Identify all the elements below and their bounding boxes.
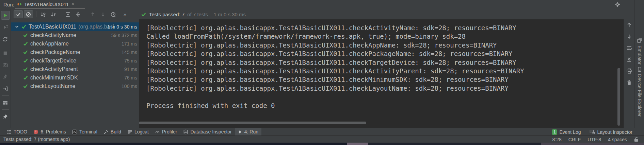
test-passed-icon: [23, 84, 28, 88]
soft-wrap-icon[interactable]: [626, 45, 632, 51]
problems-error-icon: [33, 129, 38, 134]
test-duration: 100 ms: [122, 84, 137, 89]
expand-all-icon[interactable]: [63, 10, 73, 18]
print-icon[interactable]: [626, 68, 632, 74]
toolwindow-logcat[interactable]: Logcat: [124, 128, 152, 136]
clear-console-trash-icon[interactable]: [626, 80, 632, 86]
test-duration: 1 m 0 s 30 ms: [107, 24, 137, 30]
file-encoding[interactable]: UTF-8: [587, 137, 601, 142]
test-passed-icon: [23, 75, 28, 80]
screenshot-camera-icon[interactable]: [1, 60, 10, 69]
tests-passed-count: Tests passed: 7: [149, 12, 184, 17]
profiler-gauge-icon: [155, 129, 160, 134]
taskbar-sliver: [0, 143, 644, 145]
status-bar: Tests passed: 7 (moments ago) 8:28 CRLF …: [0, 135, 644, 143]
test-duration: 145 ms: [122, 50, 137, 55]
scroll-up-icon[interactable]: [626, 22, 632, 28]
taskbar-segment: [541, 143, 644, 145]
divider: [61, 11, 61, 17]
toolbar-overflow-icon[interactable]: »: [124, 12, 126, 17]
status-bar-right: 8:28 CRLF UTF-8 4 spaces: [552, 136, 639, 143]
logcat-icon: [127, 129, 132, 134]
tree-row-test[interactable]: checkAppName 171 ms: [11, 39, 139, 48]
test-class-name: TestA1BasicUIX011: [29, 24, 76, 30]
scroll-to-end-icon[interactable]: [626, 57, 632, 62]
show-passed-toggle[interactable]: [14, 10, 23, 18]
tool-window-bar-right: 1 Event Log Layout Inspector: [552, 128, 632, 136]
caret-position[interactable]: 8:28: [552, 137, 561, 142]
attach-to-process-icon[interactable]: [1, 84, 10, 93]
console-line: [Robolectric] org.aplas.basicappx.TestA1…: [146, 67, 624, 75]
toolwindow-label: Terminal: [79, 129, 97, 134]
run-tab-title: TestA1BasicUIX011: [24, 1, 69, 7]
close-tab-icon[interactable]: ×: [71, 2, 74, 6]
toolwindow-run[interactable]: 4: Run: [235, 128, 261, 136]
console-line: [Robolectric] org.aplas.basicappx.TestA1…: [146, 41, 624, 50]
pin-tab-icon[interactable]: [1, 112, 10, 121]
android-test-run-config-icon: [17, 2, 22, 6]
tree-row-test[interactable]: checkLayoutName 100 ms: [11, 82, 139, 90]
tree-row-test[interactable]: checkMinimumSDK 76 ms: [11, 73, 139, 82]
test-passed-icon: [21, 24, 26, 29]
disable-instant-run-icon[interactable]: [1, 72, 10, 81]
unlocked-padlock-icon[interactable]: [634, 137, 639, 142]
horizontal-scrollbar[interactable]: [139, 122, 366, 124]
rerun-tests-button[interactable]: [1, 11, 10, 20]
sort-by-duration-icon[interactable]: [49, 10, 58, 18]
event-log-button[interactable]: 1 Event Log: [552, 128, 581, 136]
stripe-button-device-file-explorer[interactable]: Device File Explorer: [635, 67, 644, 116]
test-passed-icon: [23, 58, 28, 63]
toolwindow-label: Build: [111, 129, 121, 134]
divider: [2, 109, 9, 110]
toolwindow-problems[interactable]: 6: Problems: [30, 128, 69, 136]
show-ignored-toggle[interactable]: [24, 10, 33, 18]
test-duration: 75 ms: [124, 58, 137, 64]
console-line: Process finished with exit code 0: [146, 102, 624, 110]
tests-passed-detail: of 7 tests – 1 m 0 s 30 ms: [187, 12, 246, 17]
toolwindow-todo[interactable]: TODO: [3, 128, 30, 136]
collapse-all-icon[interactable]: [74, 10, 83, 18]
previous-failed-test-icon[interactable]: [88, 10, 97, 18]
toolwindow-label: Layout Inspector: [597, 129, 632, 135]
toolwindow-label: Logcat: [134, 129, 149, 134]
console-right-toolbar: [624, 19, 634, 128]
run-console[interactable]: [Robolectric] org.aplas.basicappx.TestA1…: [139, 19, 624, 128]
stripe-button-emulator[interactable]: Emulator: [635, 38, 644, 65]
toolwindow-terminal[interactable]: Terminal: [69, 128, 100, 136]
tree-row-root[interactable]: TestA1BasicUIX011 (org.aplas.basi 1 m 0 …: [11, 22, 139, 31]
tree-row-test[interactable]: checkPackageName 145 ms: [11, 48, 139, 56]
sort-alphabetically-icon[interactable]: [38, 10, 48, 18]
rerun-failed-tests-icon[interactable]: [1, 23, 10, 32]
taskbar-segment: [368, 143, 541, 145]
toolwindow-database-inspector[interactable]: Database Inspector: [180, 128, 235, 136]
toolwindow-profiler[interactable]: Profiler: [152, 128, 180, 136]
toolwindow-build[interactable]: Build: [100, 128, 124, 136]
layout-inspector-button[interactable]: Layout Inspector: [590, 128, 632, 136]
toolwindow-label: Database Inspector: [190, 129, 231, 134]
divider: [2, 95, 9, 96]
test-method-name: checkMinimumSDK: [30, 75, 78, 81]
scroll-down-icon[interactable]: [626, 34, 632, 39]
hide-tool-window-icon[interactable]: —: [626, 1, 631, 7]
tree-row-test[interactable]: checkActivityParent 91 ms: [11, 65, 139, 73]
toggle-auto-test-icon[interactable]: [1, 35, 10, 43]
chevron-down-icon[interactable]: [15, 25, 19, 28]
tree-row-test[interactable]: checkActivityName 59 s 372 ms: [11, 31, 139, 39]
next-failed-test-icon[interactable]: [98, 10, 108, 18]
run-play-icon: [238, 130, 242, 134]
restore-layout-icon[interactable]: [1, 98, 10, 107]
test-passed-icon: [23, 50, 28, 54]
toolwindow-label: TODO: [14, 129, 27, 134]
run-config-tab[interactable]: TestA1BasicUIX011 ×: [15, 0, 77, 8]
line-separator[interactable]: CRLF: [568, 137, 581, 142]
test-duration: 91 ms: [124, 67, 137, 72]
test-history-clock-icon[interactable]: [109, 10, 118, 18]
event-log-count-badge: 1: [552, 129, 557, 135]
stop-process-icon[interactable]: [1, 49, 10, 57]
indent-setting[interactable]: 4 spaces: [608, 137, 627, 142]
toolwindow-label: 4: Run: [244, 129, 258, 134]
settings-gear-icon[interactable]: [615, 2, 621, 7]
vertical-scrollbar[interactable]: [617, 68, 620, 126]
tree-row-test[interactable]: checkTargetDevice 75 ms: [11, 56, 139, 65]
test-tree: TestA1BasicUIX011 (org.aplas.basi 1 m 0 …: [11, 19, 139, 128]
